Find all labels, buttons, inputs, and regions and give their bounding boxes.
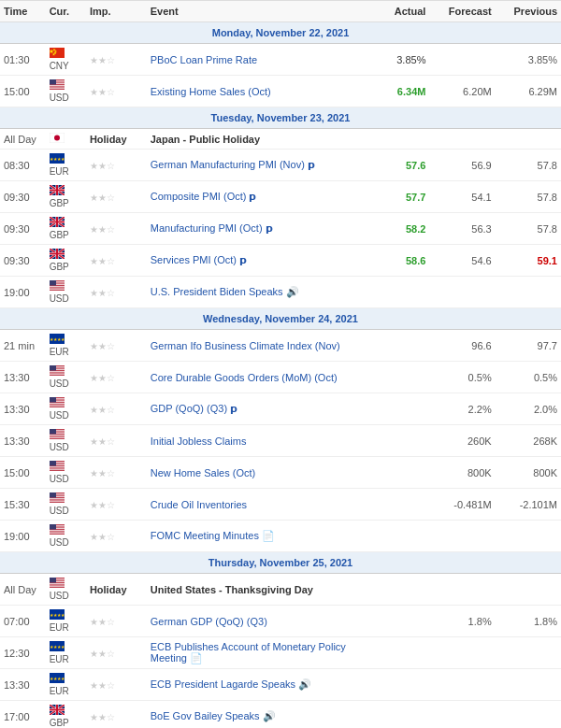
svg-rect-84 [50,468,65,469]
row-currency: ★★★★★★★★★★★★ EUR [46,150,86,181]
row-event: German Manufacturing PMI (Nov) 𝗽 [147,150,369,181]
row-previous: 800K [496,457,561,489]
svg-rect-107 [50,583,65,584]
row-currency: USD [46,76,86,107]
row-time: 08:30 [0,150,46,181]
row-event: Core Durable Goods Orders (MoM) (Oct) [147,362,369,393]
row-currency: GBP [46,701,86,729]
row-forecast: 2.2% [429,393,495,425]
row-importance: ★★☆ [86,637,147,669]
header-previous: Previous [496,1,561,22]
day-header-row: Tuesday, November 23, 2021 [0,107,561,129]
row-importance: ★★☆ [86,330,147,362]
holiday-label: Holiday [90,134,127,145]
table-row: 07:00 ★★★★★★★★★★★★ EUR ★★☆ German GDP (Q… [0,606,561,637]
row-currency: USD [46,362,86,393]
row-event: German Ifo Business Climate Index (Nov) [147,330,369,362]
row-actual [369,277,430,308]
row-previous: 57.8 [496,181,561,213]
currency-label: USD [50,506,69,516]
row-actual [369,669,430,701]
row-currency: ★★★★★★★★★★★★ EUR [46,669,86,701]
row-previous: 268K [496,425,561,457]
row-forecast [429,277,495,308]
row-previous: 57.8 [496,213,561,245]
flag-icon [50,49,65,60]
svg-rect-12 [50,88,65,89]
header-cur: Cur. [46,1,86,22]
row-forecast [429,637,495,669]
row-event: New Home Sales (Oct) [147,457,369,489]
day-header-row: Monday, November 22, 2021 [0,22,561,44]
svg-rect-108 [50,585,65,586]
row-currency: USD [46,425,86,457]
svg-rect-68 [50,405,65,406]
row-time: 15:00 [0,76,46,107]
holiday-label: Holiday [90,584,127,595]
row-forecast: 54.6 [429,245,495,277]
row-previous: 6.29M [496,76,561,107]
day-header-label: Monday, November 22, 2021 [0,22,561,44]
row-currency: GBP [46,245,86,277]
table-row: All Day Holiday Japan - Public Holiday [0,129,561,150]
row-forecast [429,521,495,552]
row-event: Composite PMI (Oct) 𝗽 [147,181,369,213]
row-previous: 2.0% [496,393,561,425]
svg-text:★★★★★★★★★★★★: ★★★★★★★★★★★★ [50,676,65,681]
row-previous: 3.85% [496,44,561,76]
currency-label: EUR [50,654,69,664]
svg-rect-51 [50,289,65,290]
row-currency: CNY [46,44,86,76]
table-row: 15:00 USD ★★☆ Existing Home Sales (Oct) … [0,76,561,107]
flag-icon: ★★★★★★★★★★★★ [50,642,65,653]
svg-rect-70 [50,397,56,403]
table-row: 21 min ★★★★★★★★★★★★ EUR ★★☆ German Ifo B… [0,330,561,362]
row-actual [369,330,430,362]
row-time: 09:30 [0,245,46,277]
row-forecast: 0.5% [429,362,495,393]
row-importance: ★★☆ [86,362,147,393]
row-actual [369,457,430,489]
row-actual [369,393,430,425]
row-time: 13:30 [0,393,46,425]
row-time: All Day [0,574,46,606]
svg-text:★★★★★★★★★★★★: ★★★★★★★★★★★★ [50,644,65,649]
svg-rect-60 [50,373,65,374]
svg-rect-50 [50,288,65,289]
row-previous [496,277,561,308]
svg-rect-92 [50,500,65,501]
currency-label: EUR [50,347,69,357]
svg-rect-78 [50,429,56,435]
row-event: United States - Thanksgiving Day [147,574,369,606]
flag-icon: ★★★★★★★★★★★★ [50,610,65,621]
row-importance: Holiday [86,574,147,606]
row-importance: ★★☆ [86,425,147,457]
row-actual [369,574,430,606]
table-row: 13:30 USD ★★☆ Core Durable Goods Orders … [0,362,561,393]
svg-rect-91 [50,498,65,499]
svg-rect-69 [50,406,65,407]
day-header-row: Wednesday, November 24, 2021 [0,308,561,330]
row-actual: 6.34M [369,76,430,107]
svg-rect-0 [50,48,65,58]
row-forecast: 56.3 [429,213,495,245]
row-event: Crude Oil Inventories [147,489,369,521]
row-event: GDP (QoQ) (Q3) 𝗽 [147,393,369,425]
table-row: 13:30 ★★★★★★★★★★★★ EUR ★★☆ ECB President… [0,669,561,701]
row-time: 21 min [0,330,46,362]
row-time: 13:30 [0,425,46,457]
row-actual [369,637,430,669]
row-currency: GBP [46,213,86,245]
row-previous [496,637,561,669]
row-actual: 3.85% [369,44,430,76]
row-time: 12:30 [0,637,46,669]
currency-label: GBP [50,718,69,728]
row-actual [369,362,430,393]
svg-rect-102 [50,524,56,530]
row-importance: ★★☆ [86,277,147,308]
row-importance: ★★☆ [86,150,147,181]
svg-rect-93 [50,501,65,502]
row-previous [496,521,561,552]
row-currency: USD [46,393,86,425]
row-time: 09:30 [0,213,46,245]
